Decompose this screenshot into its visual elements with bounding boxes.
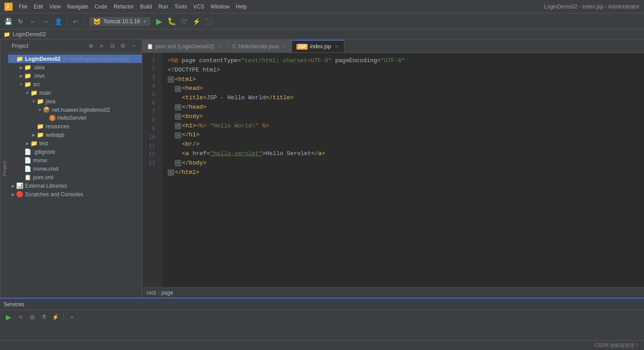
undo-button[interactable]: ↩ <box>70 16 81 27</box>
menu-file[interactable]: File <box>16 3 30 11</box>
app-logo: J <box>4 3 13 11</box>
fold-13[interactable]: − <box>168 169 174 176</box>
tree-item-mvnw[interactable]: ▶ 📄 mvnw <box>8 156 142 164</box>
root-folder-icon: 📁 <box>16 55 23 62</box>
run-config-dropdown[interactable]: 🐱 Tomcat 10.1.16 ▼ <box>89 17 150 26</box>
menu-bar: File Edit View Navigate Code Refactor Bu… <box>16 3 544 11</box>
code-line-6: − </head> <box>168 103 640 112</box>
services-layout-button[interactable]: ⊞ <box>28 312 37 321</box>
services-run-button[interactable]: ▶ <box>4 312 13 322</box>
tree-item-main[interactable]: ▼ 📁 main <box>8 89 142 97</box>
code-line-4: − <head> <box>168 84 640 93</box>
external-libs-icon: 📊 <box>16 182 23 189</box>
collapse-all-button[interactable]: ⊟ <box>108 42 117 51</box>
tree-item-src[interactable]: ▼ 📁 src <box>8 80 142 89</box>
tree-item-java[interactable]: ▼ 📁 java <box>8 97 142 105</box>
scratches-icon: 🔴 <box>16 191 23 198</box>
fold-12[interactable]: − <box>175 160 181 166</box>
tree-item-webapp[interactable]: ▶ 📁 webapp <box>8 131 142 139</box>
project-panel-tab[interactable]: Project <box>0 39 8 298</box>
expand-arrow-root: ▼ <box>10 56 16 62</box>
forward-button[interactable]: → <box>40 16 51 27</box>
menu-tools[interactable]: Tools <box>172 3 190 11</box>
jsp-tab-icon: JSP <box>297 44 308 50</box>
fold-8[interactable]: − <box>175 123 181 129</box>
editor-area: 📋 pom.xml (LoginDemo02) ✕ C HelloServlet… <box>142 39 644 298</box>
attr-content-type: contentType= <box>199 56 241 66</box>
fold-4[interactable]: − <box>175 86 181 92</box>
fold-7[interactable]: − <box>175 114 181 120</box>
tab-index-close[interactable]: ✕ <box>333 43 339 50</box>
fold-3[interactable]: − <box>168 76 174 83</box>
pom-tab-icon: 📋 <box>147 43 153 50</box>
tab-servlet[interactable]: C HelloServlet.java ✕ <box>228 40 292 52</box>
servlet-class-icon: C <box>49 115 55 121</box>
menu-help[interactable]: Help <box>233 3 250 11</box>
idea-label: .idea <box>33 64 45 71</box>
bottom-panel: Services ▶ ≡ ⊞ ⚗ ⚡ + <box>0 298 644 340</box>
services-filter-button[interactable]: ⚗ <box>39 312 48 321</box>
breadcrumb-page[interactable]: page <box>161 290 174 296</box>
services-panel-header: Services <box>0 299 644 310</box>
recent-files-button[interactable]: 👤 <box>53 16 64 27</box>
menu-navigate[interactable]: Navigate <box>64 3 91 11</box>
save-all-button[interactable]: 💾 <box>3 16 13 27</box>
locate-in-tree-button[interactable]: ⊕ <box>86 42 95 51</box>
link-text: Hello Servlet <box>266 149 311 159</box>
services-add-button[interactable]: + <box>68 312 76 321</box>
a-open: <a <box>182 149 192 159</box>
tab-pom-close[interactable]: ✕ <box>216 43 223 50</box>
services-deploy-button[interactable]: ⚡ <box>51 312 60 321</box>
tab-pom[interactable]: 📋 pom.xml (LoginDemo02) ✕ <box>142 40 228 52</box>
h1-open: <h1> <box>182 122 196 131</box>
tree-item-mvn[interactable]: ▶ 📁 .mvn <box>8 72 142 80</box>
menu-edit[interactable]: Edit <box>31 3 46 11</box>
tree-item-pom[interactable]: ▶ 📋 pom.xml <box>8 173 142 181</box>
stop-button[interactable]: ⬛ <box>204 16 215 27</box>
tree-item-gitignore[interactable]: ▶ 📄 .gitignore <box>8 148 142 156</box>
tree-item-external-libs[interactable]: ▶ 📊 External Libraries <box>8 181 142 190</box>
tree-item-package[interactable]: ▼ 📦 net.huawei.logindemo02 <box>8 105 142 114</box>
tab-servlet-close[interactable]: ✕ <box>281 43 287 50</box>
tree-item-test[interactable]: ▶ 📁 test <box>8 139 142 148</box>
services-scroll-button[interactable]: ≡ <box>16 312 25 321</box>
menu-view[interactable]: View <box>47 3 64 11</box>
tab-index[interactable]: JSP index.jsp ✕ <box>292 40 344 52</box>
coverage-button[interactable]: 🛡 <box>179 16 190 27</box>
tree-item-mvnwcmd[interactable]: ▶ 📄 mvnw.cmd <box>8 164 142 173</box>
arrow-scratches: ▶ <box>10 191 16 198</box>
tomcat-icon: 🐱 <box>93 18 101 25</box>
title-close: </title> <box>266 93 293 103</box>
tree-item-root[interactable]: ▼ 📁 LoginDemo02 D:\WebProjects\LoginDemo… <box>8 55 142 63</box>
title-content: JSP - Hello World <box>207 93 266 103</box>
menu-build[interactable]: Build <box>137 3 155 11</box>
fold-6[interactable]: − <box>175 104 181 110</box>
title-bar: J File Edit View Navigate Code Refactor … <box>0 0 644 13</box>
code-content[interactable]: <%@ page contentType="text/html; charset… <box>162 53 644 287</box>
menu-vcs[interactable]: VCS <box>191 3 207 11</box>
sync-button[interactable]: ↻ <box>15 16 26 27</box>
fold-9[interactable]: − <box>175 132 181 139</box>
back-button[interactable]: ← <box>28 16 38 27</box>
tree-item-helloservlet[interactable]: ▶ C HelloServlet <box>8 114 142 122</box>
root-label: LoginDemo02 <box>25 56 60 62</box>
tree-item-idea[interactable]: ▶ 📁 .idea <box>8 63 142 72</box>
folder-icon: 📁 <box>4 31 10 38</box>
mvnw-file-icon: 📄 <box>24 157 31 164</box>
menu-window[interactable]: Window <box>208 3 233 11</box>
menu-refactor[interactable]: Refactor <box>111 3 136 11</box>
menu-code[interactable]: Code <box>92 3 110 11</box>
breadcrumb-root[interactable]: root <box>147 290 156 296</box>
profiler-button[interactable]: ⚡ <box>191 16 202 27</box>
settings-button[interactable]: ⚙ <box>119 42 127 51</box>
tree-item-scratches[interactable]: ▶ 🔴 Scratches and Consoles <box>8 190 142 198</box>
debug-button[interactable]: 🐛 <box>166 16 177 27</box>
scroll-editor-button[interactable]: ≡ <box>97 42 106 51</box>
menu-run[interactable]: Run <box>156 3 171 11</box>
tree-item-resources[interactable]: ▶ 📁 resources <box>8 122 142 131</box>
arrow-mvn: ▶ <box>18 73 24 79</box>
pom-file-icon: 📋 <box>24 174 31 181</box>
close-panel-button[interactable]: − <box>129 42 138 51</box>
code-line-13: − </html> <box>168 168 640 177</box>
run-button[interactable]: ▶ <box>154 16 165 27</box>
